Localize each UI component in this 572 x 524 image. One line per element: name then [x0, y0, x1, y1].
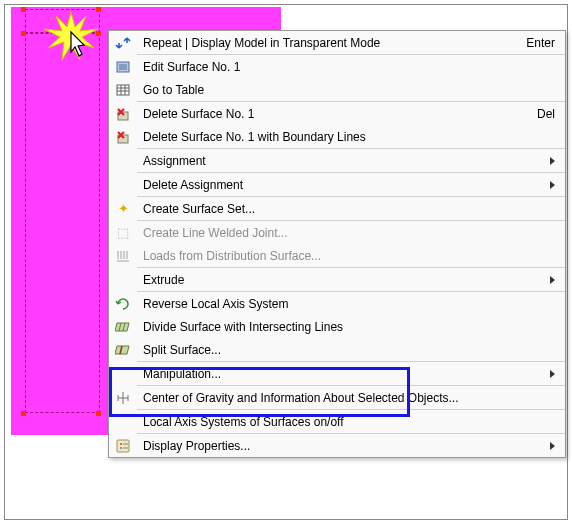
loads-icon	[109, 244, 137, 267]
menu-label: Create Line Welded Joint...	[137, 226, 565, 240]
divide-icon	[109, 315, 137, 338]
selection-main	[25, 33, 100, 413]
menu-label: Center of Gravity and Information About …	[137, 391, 565, 405]
reverse-icon	[109, 292, 137, 315]
repeat-icon	[109, 31, 137, 54]
menu-item-delete-boundary[interactable]: Delete Surface No. 1 with Boundary Lines	[109, 125, 565, 148]
menu-label: Local Axis Systems of Surfaces on/off	[137, 415, 565, 429]
menu-item-edit-surface[interactable]: Edit Surface No. 1	[109, 55, 565, 78]
menu-label: Split Surface...	[137, 343, 565, 357]
menu-item-local-axis[interactable]: Local Axis Systems of Surfaces on/off	[109, 410, 565, 433]
menu-shortcut: Del	[537, 107, 565, 121]
submenu-arrow-icon	[550, 442, 555, 450]
menu-label: Display Properties...	[137, 439, 565, 453]
svg-point-7	[120, 447, 122, 449]
sparkle-icon: ✦	[109, 197, 137, 220]
node[interactable]	[96, 31, 101, 36]
menu-item-extrude[interactable]: Extrude	[109, 268, 565, 291]
menu-item-delete-assignment[interactable]: Delete Assignment	[109, 173, 565, 196]
menu-label: Loads from Distribution Surface...	[137, 249, 565, 263]
svg-rect-5	[117, 440, 129, 452]
table-icon	[109, 78, 137, 101]
delete-boundary-icon	[109, 125, 137, 148]
menu-item-display-props[interactable]: Display Properties...	[109, 434, 565, 457]
menu-item-reverse-axis[interactable]: Reverse Local Axis System	[109, 292, 565, 315]
selection-top	[25, 9, 100, 33]
edit-surface-icon	[109, 55, 137, 78]
menu-label: Assignment	[137, 154, 565, 168]
menu-label: Edit Surface No. 1	[137, 60, 565, 74]
menu-label: Divide Surface with Intersecting Lines	[137, 320, 565, 334]
submenu-arrow-icon	[550, 157, 555, 165]
node[interactable]	[96, 7, 101, 12]
menu-item-center-gravity[interactable]: Center of Gravity and Information About …	[109, 386, 565, 409]
menu-label: Delete Assignment	[137, 178, 565, 192]
delete-icon	[109, 102, 137, 125]
menu-item-welded-joint: ⬚ Create Line Welded Joint...	[109, 221, 565, 244]
menu-item-divide-surface[interactable]: Divide Surface with Intersecting Lines	[109, 315, 565, 338]
menu-label: Repeat | Display Model in Transparent Mo…	[137, 36, 526, 50]
menu-item-create-set[interactable]: ✦ Create Surface Set...	[109, 197, 565, 220]
menu-item-go-to-table[interactable]: Go to Table	[109, 78, 565, 101]
menu-item-manipulation[interactable]: Manipulation...	[109, 362, 565, 385]
node[interactable]	[21, 411, 26, 416]
menu-label: Reverse Local Axis System	[137, 297, 565, 311]
node[interactable]	[21, 7, 26, 12]
properties-icon	[109, 434, 137, 457]
menu-label: Extrude	[137, 273, 565, 287]
scale-icon	[109, 386, 137, 409]
menu-shortcut: Enter	[526, 36, 565, 50]
submenu-arrow-icon	[550, 370, 555, 378]
menu-label: Manipulation...	[137, 367, 565, 381]
menu-label: Go to Table	[137, 83, 565, 97]
submenu-arrow-icon	[550, 276, 555, 284]
split-icon	[109, 338, 137, 361]
node[interactable]	[96, 411, 101, 416]
menu-item-loads-dist: Loads from Distribution Surface...	[109, 244, 565, 267]
node[interactable]	[21, 31, 26, 36]
weld-icon: ⬚	[109, 221, 137, 244]
svg-point-6	[120, 443, 122, 445]
menu-item-delete-surface[interactable]: Delete Surface No. 1 Del	[109, 102, 565, 125]
menu-label: Delete Surface No. 1	[137, 107, 537, 121]
submenu-arrow-icon	[550, 181, 555, 189]
menu-item-assignment[interactable]: Assignment	[109, 149, 565, 172]
menu-label: Create Surface Set...	[137, 202, 565, 216]
context-menu: Repeat | Display Model in Transparent Mo…	[108, 30, 566, 458]
menu-label: Delete Surface No. 1 with Boundary Lines	[137, 130, 565, 144]
svg-rect-2	[117, 85, 129, 95]
menu-item-split-surface[interactable]: Split Surface...	[109, 338, 565, 361]
menu-item-repeat[interactable]: Repeat | Display Model in Transparent Mo…	[109, 31, 565, 54]
